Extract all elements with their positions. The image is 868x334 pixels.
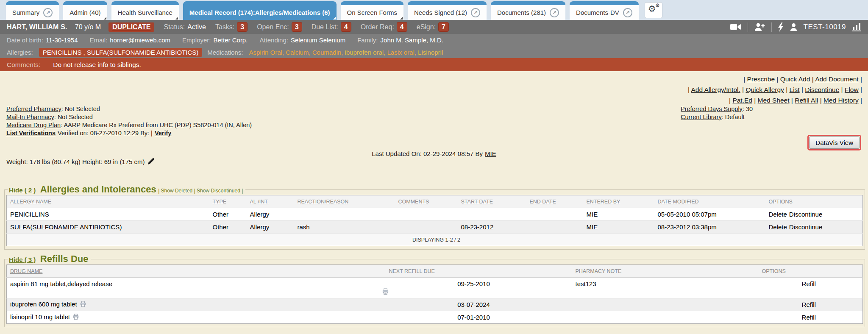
printer-icon[interactable]: [80, 301, 86, 309]
add-person-icon[interactable]: [754, 23, 765, 31]
due-list-count-badge[interactable]: 4: [341, 22, 351, 32]
tab-health-surveillance[interactable]: Health Surveillance: [111, 1, 179, 20]
medication-list: Aspirin OralCalciumCoumadinibuprofen ora…: [249, 49, 443, 56]
current-library-link[interactable]: Current Library: [681, 114, 722, 120]
hide-allergies-link[interactable]: Hide ( 2 ): [9, 186, 36, 194]
refill-link[interactable]: Refill: [802, 280, 816, 287]
tab-documents-dv[interactable]: Documents-DV: [570, 1, 639, 20]
col-reaction-reason[interactable]: REACTION/REASON: [294, 195, 395, 208]
discontinue-allergy-link[interactable]: Discontinue: [789, 211, 822, 218]
refill-link[interactable]: Refill: [802, 301, 816, 308]
esign-count-badge[interactable]: 7: [438, 22, 449, 32]
divider: [748, 22, 748, 32]
show-deleted-link[interactable]: Show Deleted: [161, 188, 193, 194]
show-discontinued-link[interactable]: Show Discontinued: [197, 188, 240, 194]
drug-name-cell: aspirin 81 mg tablet,delayed release: [7, 278, 379, 298]
tab-on-screen-forms[interactable]: On Screen Forms: [341, 1, 403, 20]
quick-allergy-link[interactable]: Quick Allergy: [746, 86, 784, 93]
person-icon[interactable]: [790, 23, 797, 31]
video-camera-icon[interactable]: [730, 23, 741, 31]
add-allergy-intol-link[interactable]: Add Allergy/Intol.: [691, 86, 740, 93]
quick-add-link[interactable]: Quick Add: [780, 75, 810, 83]
col-allergy-name[interactable]: ALLERGY NAME: [7, 195, 209, 208]
refill-link[interactable]: Refill: [802, 314, 816, 321]
dropdown-corner-icon: [333, 17, 336, 19]
divider: [771, 22, 772, 32]
medication-link[interactable]: Coumadin: [312, 49, 345, 56]
preferred-pharmacy-value: Not Selected: [65, 106, 100, 112]
printer-icon[interactable]: [382, 287, 565, 298]
mie-link[interactable]: MIE: [485, 150, 496, 157]
col-type[interactable]: TYPE: [209, 195, 247, 208]
lightning-bolt-icon[interactable]: [778, 22, 784, 32]
medicare-drug-plan-link[interactable]: Medicare Drug Plan: [6, 122, 61, 128]
settings-gears-button[interactable]: ⚙ ⚙: [645, 2, 662, 18]
delete-allergy-link[interactable]: Delete: [769, 211, 787, 218]
bar-chart-icon[interactable]: [852, 23, 861, 31]
dropdown-corner-icon: [400, 17, 403, 19]
col-next-refill-due: NEXT REFILL DUE: [379, 265, 565, 278]
col-comments[interactable]: COMMENTS: [395, 195, 458, 208]
verify-link[interactable]: Verify: [155, 130, 172, 136]
delete-allergy-link[interactable]: Delete: [769, 223, 787, 231]
allergies-section: Hide ( 2 ) Allergies and Intolerances Sh…: [4, 184, 865, 250]
col-start-date[interactable]: START DATE: [458, 195, 526, 208]
col-drug-name[interactable]: DRUG NAME: [7, 265, 379, 278]
col-end-date[interactable]: END DATE: [526, 195, 583, 208]
tab-needs-signed[interactable]: Needs Signed (12): [408, 1, 487, 20]
tab-summary[interactable]: Summary: [6, 1, 59, 20]
popout-icon[interactable]: [550, 8, 559, 17]
duplicate-flag[interactable]: DUPLICATE: [108, 22, 154, 32]
med-sheet-link[interactable]: Med Sheet: [758, 97, 790, 104]
list-verifications-link[interactable]: List Verifications: [6, 130, 56, 136]
col-entered-by[interactable]: ENTERED BY: [583, 195, 654, 208]
preferred-pharmacy-link[interactable]: Preferred Pharmacy: [6, 106, 61, 112]
email-field: Email:horner@mieweb.com: [90, 36, 170, 44]
datavis-view-button[interactable]: DataVis View: [809, 136, 860, 149]
pat-ed-link[interactable]: Pat.Ed: [732, 97, 752, 104]
add-document-link[interactable]: Add Document: [815, 75, 859, 83]
col-options: OPTIONS: [765, 195, 863, 208]
tab-label: Documents-DV: [576, 9, 619, 16]
tab-medical-record-allergies-medications[interactable]: Medical Record (174):Allergies/Medicatio…: [183, 1, 337, 20]
allergy-alert-box[interactable]: PENICILLINS , SULFA(SULFONAMIDE ANTIBIOT…: [39, 48, 203, 57]
med-history-link[interactable]: Med History: [823, 97, 859, 104]
next-refill-date: 09-25-2010: [382, 278, 565, 287]
edit-pencil-icon[interactable]: [148, 158, 155, 166]
discontinue-link[interactable]: Discontinue: [805, 86, 839, 93]
open-enc-count-badge[interactable]: 3: [292, 22, 302, 32]
medication-link[interactable]: Calcium: [286, 49, 312, 56]
popout-icon[interactable]: [43, 8, 53, 17]
col-al-int[interactable]: AL./INT.: [247, 195, 294, 208]
refill-all-link[interactable]: Refill All: [795, 97, 818, 104]
list-link[interactable]: List: [790, 86, 800, 93]
medication-link[interactable]: Lisinopril: [418, 49, 443, 56]
refills-section-title: Refills Due: [40, 253, 89, 264]
next-refill-date: 07-01-2010: [379, 311, 565, 324]
col-date-modified[interactable]: DATE MODIFIED: [654, 195, 765, 208]
gear-icon: ⚙: [655, 3, 660, 8]
flow-link[interactable]: Flow: [845, 86, 859, 93]
popout-icon[interactable]: [471, 8, 480, 17]
medication-link[interactable]: ibuprofen oral: [345, 49, 387, 56]
popout-icon[interactable]: [623, 8, 632, 17]
mail-in-pharmacy-link[interactable]: Mail-In Pharmacy: [6, 114, 54, 120]
preferred-days-supply-link[interactable]: Preferred Days Supply: [681, 106, 743, 112]
due-list-label: Due List:: [312, 23, 338, 31]
demographics-bar: Date of birth:11-30-1954 Email:horner@mi…: [0, 34, 868, 46]
tasks-count-badge[interactable]: 3: [237, 22, 248, 32]
discontinue-allergy-link[interactable]: Discontinue: [789, 223, 822, 231]
patient-age-sex: 70 y/o M: [75, 23, 101, 31]
drug-name-cell: ibuprofen 600 mg tablet: [7, 298, 379, 311]
refill-row-aspirin: aspirin 81 mg tablet,delayed release 09-…: [7, 278, 863, 298]
medication-link[interactable]: Aspirin Oral: [249, 49, 286, 56]
last-updated-text: Last Updated On: 02-29-2024 08:57 ByMIE: [0, 150, 868, 157]
medication-link[interactable]: Lasix oral: [387, 49, 418, 56]
tab-documents[interactable]: Documents (281): [491, 1, 565, 20]
hide-refills-link[interactable]: Hide ( 3 ): [9, 256, 36, 263]
tab-admin[interactable]: Admin (40): [63, 1, 107, 20]
refills-header-row: DRUG NAME NEXT REFILL DUE PHARMACY NOTE …: [7, 265, 863, 278]
order-req-count-badge[interactable]: 4: [397, 22, 407, 32]
prescribe-link[interactable]: Prescribe: [747, 75, 775, 83]
printer-icon[interactable]: [73, 314, 79, 321]
